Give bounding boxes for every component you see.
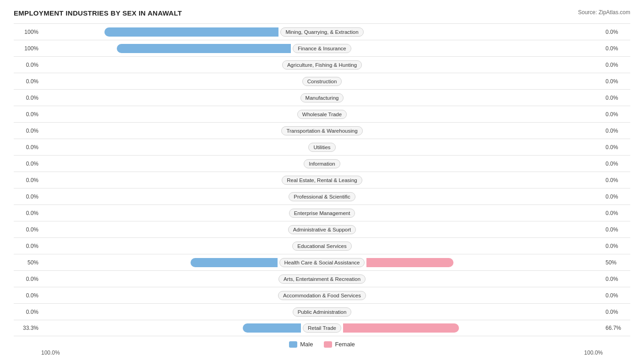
female-value: 0.0% <box>603 177 630 183</box>
chart-row: 0.0% Educational Services 0.0% <box>14 237 630 254</box>
female-bar-wrap <box>353 44 603 53</box>
industry-label: Professional & Scientific <box>289 192 355 201</box>
male-bar-wrap <box>41 307 291 317</box>
industry-label: Educational Services <box>292 242 351 251</box>
axis-right: 100.0% <box>584 350 603 355</box>
chart-row: 0.0% Wholesale Trade 0.0% <box>14 106 630 122</box>
female-value: 0.0% <box>603 95 630 101</box>
male-bar-wrap <box>41 44 291 53</box>
industry-label: Utilities <box>308 143 335 152</box>
female-value: 66.7% <box>603 325 630 331</box>
female-value: 0.0% <box>603 161 630 167</box>
male-value: 0.0% <box>14 276 41 282</box>
industry-label: Manufacturing <box>300 93 344 102</box>
male-bar <box>104 27 278 37</box>
male-value: 0.0% <box>14 161 41 167</box>
male-bar-wrap <box>41 274 277 284</box>
female-value: 0.0% <box>603 45 630 52</box>
legend-male-label: Male <box>300 341 313 348</box>
chart-row: 0.0% Manufacturing 0.0% <box>14 89 630 106</box>
female-bar <box>343 323 459 333</box>
female-value: 0.0% <box>603 128 630 134</box>
male-bar-wrap <box>41 323 301 333</box>
male-bar-wrap <box>41 159 302 168</box>
chart-row: 100% Finance & Insurance 0.0% <box>14 40 630 56</box>
male-value: 0.0% <box>14 111 41 118</box>
male-value: 50% <box>14 259 41 266</box>
industry-label: Real Estate, Rental & Leasing <box>282 176 362 185</box>
female-value: 0.0% <box>603 29 630 35</box>
female-value: 0.0% <box>603 144 630 151</box>
female-value: 0.0% <box>603 194 630 200</box>
female-bar-wrap <box>357 209 603 218</box>
chart-row: 0.0% Information 0.0% <box>14 155 630 172</box>
female-value: 0.0% <box>603 210 630 216</box>
chart-container: 100% Mining, Quarrying, & Extraction 0.0… <box>14 23 630 336</box>
male-value: 0.0% <box>14 309 41 315</box>
male-bar-wrap <box>41 209 287 218</box>
source-label: Source: ZipAtlas.com <box>578 9 630 16</box>
male-bar <box>117 44 291 53</box>
female-value: 0.0% <box>603 276 630 282</box>
female-value: 0.0% <box>603 62 630 68</box>
industry-label: Enterprise Management <box>289 209 355 218</box>
male-value: 33.3% <box>14 325 41 331</box>
chart-row: 33.3% Retail Trade 66.7% <box>14 320 630 336</box>
chart-title: EMPLOYMENT INDUSTRIES BY SEX IN ANAWALT <box>14 9 182 17</box>
industry-label: Wholesale Trade <box>297 110 347 119</box>
female-bar-wrap <box>345 93 603 102</box>
male-bar-wrap <box>41 77 300 86</box>
female-value: 50% <box>603 259 630 266</box>
female-value: 0.0% <box>603 243 630 249</box>
male-bar-wrap <box>41 225 286 234</box>
male-value: 0.0% <box>14 78 41 85</box>
legend-female: Female <box>324 341 355 348</box>
male-value: 0.0% <box>14 144 41 151</box>
male-value: 0.0% <box>14 210 41 216</box>
male-bar-wrap <box>41 93 299 102</box>
industry-label: Public Administration <box>293 307 352 317</box>
male-bar <box>243 323 301 333</box>
male-bar-wrap <box>41 258 278 267</box>
industry-label: Accommodation & Food Services <box>278 291 366 300</box>
legend-female-label: Female <box>335 341 355 348</box>
chart-row: 50% Health Care & Social Assistance 50% <box>14 254 630 270</box>
industry-label: Information <box>304 159 340 168</box>
male-bar-wrap <box>41 291 276 300</box>
chart-row: 0.0% Arts, Entertainment & Recreation 0.… <box>14 270 630 287</box>
industry-label: Health Care & Social Assistance <box>279 258 365 267</box>
legend-female-icon <box>324 341 332 348</box>
legend-male: Male <box>289 341 313 348</box>
male-value: 0.0% <box>14 62 41 68</box>
axis-left: 100.0% <box>41 350 60 355</box>
industry-label: Finance & Insurance <box>293 44 351 53</box>
industry-label: Construction <box>302 77 342 86</box>
female-bar-wrap <box>342 159 603 168</box>
male-value: 0.0% <box>14 95 41 101</box>
female-value: 0.0% <box>603 292 630 299</box>
chart-row: 0.0% Utilities 0.0% <box>14 139 630 155</box>
female-bar-wrap <box>368 291 603 300</box>
female-bar-wrap <box>353 307 603 317</box>
female-bar-wrap <box>358 225 603 234</box>
male-value: 0.0% <box>14 226 41 233</box>
axis-labels: 100.0% 100.0% <box>14 350 630 355</box>
male-value: 0.0% <box>14 292 41 299</box>
chart-row: 0.0% Accommodation & Food Services 0.0% <box>14 287 630 303</box>
female-bar-wrap <box>364 176 603 185</box>
female-bar-wrap <box>344 77 603 86</box>
male-value: 0.0% <box>14 128 41 134</box>
chart-row: 0.0% Professional & Scientific 0.0% <box>14 188 630 204</box>
industry-label: Arts, Entertainment & Recreation <box>278 274 366 284</box>
female-bar-wrap <box>343 323 603 333</box>
female-bar-wrap <box>338 143 603 152</box>
chart-row: 0.0% Transportation & Warehousing 0.0% <box>14 122 630 139</box>
male-bar-wrap <box>41 126 279 135</box>
female-bar-wrap <box>364 60 603 70</box>
industry-label: Retail Trade <box>303 323 341 333</box>
chart-row: 0.0% Administrative & Support 0.0% <box>14 221 630 237</box>
legend-male-icon <box>289 341 297 348</box>
chart-row: 0.0% Enterprise Management 0.0% <box>14 204 630 221</box>
female-bar-wrap <box>366 27 603 37</box>
male-bar-wrap <box>41 27 278 37</box>
